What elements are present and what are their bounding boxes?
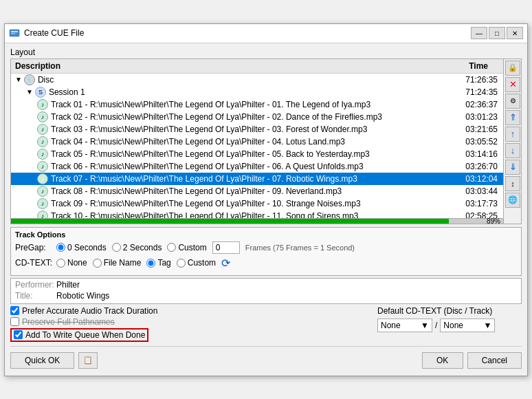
cdtext-sync-button[interactable]: ⟳ [221,257,230,270]
layout-header-description: Description [11,59,444,73]
cancel-button[interactable]: Cancel [467,352,522,369]
right-toolbar: 🔒 ✕ ⚙ ⇑ ↑ ↓ ⇓ ↕ 🌐 [504,58,522,224]
cdtext-none[interactable]: None [56,258,87,268]
track-row[interactable]: ♪Track 06 - R:\music\New\Philter\The Leg… [11,160,503,173]
track-label: Track 09 - R:\music\New\Philter\The Lege… [51,199,361,208]
track-time: 03:03:44 [454,186,502,196]
bottom-right: Default CD-TEXT (Disc / Track) None ▼ / … [370,306,522,343]
track-label: Track 07 - R:\music\New\Philter\The Lege… [51,174,357,184]
pregap-2sec-label: 2 Seconds [123,243,162,252]
pregap-custom-label: Custom [178,243,206,252]
cdtext-separator: / [435,321,437,330]
track-row[interactable]: ♪Track 01 - R:\music\New\Philter\The Leg… [11,98,503,111]
titlebar: Create CUE File — □ ✕ [5,24,527,43]
track-row[interactable]: ♪Track 04 - R:\music\New\Philter\The Leg… [11,136,503,148]
cdtext-dropdown-disc-value: None [381,321,401,330]
pregap-custom-value[interactable] [212,241,240,254]
prefer-accurate-checkbox[interactable] [10,306,19,315]
pregap-0sec[interactable]: 0 Seconds [56,243,107,252]
track-time: 03:17:73 [454,199,502,208]
copy-button[interactable]: 📋 [78,352,98,369]
svg-rect-1 [11,31,18,32]
preserve-paths-label: Preserve Full Pathnames [22,317,115,327]
track-row[interactable]: ♪Track 08 - R:\music\New\Philter\The Leg… [11,185,503,197]
cdtext-dropdown-disc[interactable]: None ▼ [377,319,432,332]
track-row[interactable]: ♪Track 10 - R:\music\New\Philter\The Leg… [11,210,503,218]
track-row[interactable]: ♪Track 02 - R:\music\New\Philter\The Leg… [11,111,503,123]
track-row[interactable]: ♪Track 09 - R:\music\New\Philter\The Leg… [11,197,503,210]
cdtext-row: CD-TEXT: None File Name Tag [15,257,517,270]
bottom-left: Prefer Accurate Audio Track Duration Pre… [10,306,370,343]
pregap-row: PreGap: 0 Seconds 2 Seconds Custom [15,241,517,254]
track-time: 03:14:16 [454,149,502,159]
properties-button[interactable]: ⚙ [505,94,520,109]
window-controls: — □ ✕ [471,27,523,39]
ok-button[interactable]: OK [422,352,463,369]
add-to-queue-row: Add To Write Queue When Done [10,328,370,342]
cdtext-options: None File Name Tag Custom ⟳ [56,257,230,270]
progress-label: 89% [487,218,500,225]
layout-label: Layout [10,47,522,57]
performer-label: Performer: [15,280,56,290]
pregap-custom[interactable]: Custom [167,243,206,252]
footer-left: Quick OK 📋 [10,352,98,369]
pregap-2sec[interactable]: 2 Seconds [112,243,162,252]
add-to-queue-label: Add To Write Queue When Done [25,330,145,340]
remove-button[interactable]: ✕ [505,77,520,92]
cdtext-dropdown-track-value: None [443,321,463,330]
preserve-paths-checkbox[interactable] [10,317,19,326]
sort-button[interactable]: ↕ [505,176,520,191]
svg-rect-2 [11,33,15,34]
window-icon [9,28,20,39]
title-value: Robotic Wings [56,291,517,301]
track-options-title: Track Options [15,230,517,239]
track-label: Session 1 [49,87,85,97]
cdtext-dropdown-track-arrow: ▼ [483,321,491,330]
add-to-queue-highlight: Add To Write Queue When Done [10,328,148,342]
progress-bar: 89% [11,218,503,224]
preserve-paths-row: Preserve Full Pathnames [10,317,370,327]
cdtext-tag[interactable]: Tag [146,258,170,268]
footer-right: OK Cancel [422,352,522,369]
metadata-section: Performer: Philter Title: Robotic Wings [10,278,522,304]
add-to-queue-checkbox[interactable] [14,330,23,339]
prefer-accurate-row: Prefer Accurate Audio Track Duration [10,306,370,316]
cdtext-custom[interactable]: Custom [177,258,216,268]
prefer-accurate-label: Prefer Accurate Audio Track Duration [22,306,157,316]
track-time: 03:01:23 [454,112,502,122]
move-down-bottom-button[interactable]: ⇓ [505,160,520,175]
track-row[interactable]: ▼💿Disc71:26:35 [11,74,503,86]
minimize-button[interactable]: — [471,27,487,39]
pregap-label: PreGap: [15,243,56,252]
track-label: Track 08 - R:\music\New\Philter\The Lege… [51,186,342,196]
track-list[interactable]: ▼💿Disc71:26:35▼SSession 171:24:35♪Track … [11,74,503,218]
quick-ok-button[interactable]: Quick OK [10,352,74,369]
move-up-button[interactable]: ↑ [505,127,520,142]
track-row[interactable]: ♪Track 05 - R:\music\New\Philter\The Leg… [11,148,503,160]
cdtext-filename[interactable]: File Name [93,258,142,268]
track-label: Track 02 - R:\music\New\Philter\The Lege… [51,112,382,122]
layout-header-time: Time [444,59,492,73]
track-time: 03:21:65 [454,125,502,134]
move-down-button[interactable]: ↓ [505,143,520,158]
cdtext-filename-label: File Name [104,258,142,268]
pregap-options: 0 Seconds 2 Seconds Custom Frames (75 Fr… [56,241,355,254]
progress-fill [11,219,449,224]
maximize-button[interactable]: □ [489,27,505,39]
lock-button[interactable]: 🔒 [505,61,520,76]
pregap-0sec-label: 0 Seconds [67,243,107,252]
network-button[interactable]: 🌐 [505,193,520,208]
move-up-top-button[interactable]: ⇑ [505,110,520,125]
track-time: 71:26:35 [454,75,502,85]
cdtext-tag-label: Tag [157,258,170,268]
close-button[interactable]: ✕ [507,27,523,39]
track-label: Track 10 - R:\music\New\Philter\The Lege… [51,211,358,218]
window-title: Create CUE File [24,28,471,38]
track-time: 02:58:25 [454,211,502,218]
track-row[interactable]: ♪Track 07 - R:\music\New\Philter\The Leg… [11,173,503,185]
performer-value: Philter [56,280,517,290]
frames-info: Frames (75 Frames = 1 Second) [245,244,355,252]
track-row[interactable]: ♪Track 03 - R:\music\New\Philter\The Leg… [11,123,503,136]
cdtext-dropdown-track[interactable]: None ▼ [440,319,495,332]
track-row[interactable]: ▼SSession 171:24:35 [11,86,503,98]
